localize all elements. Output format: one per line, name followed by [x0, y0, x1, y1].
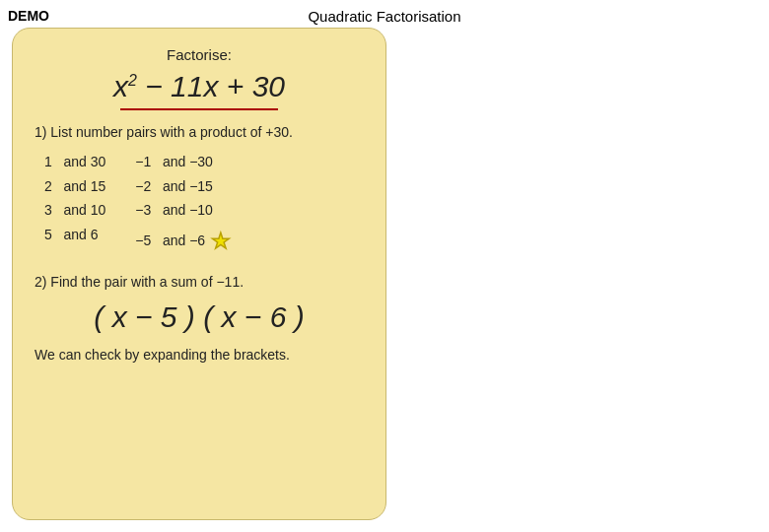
- pair-left-3: 3 and 10: [44, 198, 105, 223]
- main-card: Factorise: x2 − 11x + 30 1) List number …: [12, 28, 386, 520]
- main-equation: x2 − 11x + 30: [35, 69, 364, 104]
- pair-right-1: −1 and −30: [135, 150, 231, 174]
- pair-right-3: −3 and −10: [135, 198, 231, 223]
- pair-left-1: 1 and 30: [44, 150, 105, 174]
- pair-right-4: −5 and −6 ★: [135, 223, 231, 261]
- result-equation: ( x − 5 ) ( x − 6 ): [35, 299, 364, 335]
- equation-underline: [120, 108, 278, 110]
- factorise-label: Factorise:: [35, 46, 364, 63]
- pairs-right-col: −1 and −30 −2 and −15 −3 and −10 −5 and …: [135, 150, 231, 260]
- pairs-left-col: 1 and 30 2 and 15 3 and 10 5 and 6: [44, 150, 105, 260]
- pair-left-2: 2 and 15: [44, 174, 105, 199]
- step2-text: 2) Find the pair with a sum of −11.: [35, 274, 364, 290]
- star-icon: ★: [211, 223, 231, 261]
- pair-right-2: −2 and −15: [135, 174, 231, 199]
- pairs-container: 1 and 30 2 and 15 3 and 10 5 and 6 −1 an…: [44, 150, 364, 260]
- pair-left-4: 5 and 6: [44, 223, 105, 247]
- step1-text: 1) List number pairs with a product of +…: [35, 124, 364, 140]
- page-title: Quadratic Factorisation: [0, 8, 769, 25]
- check-text: We can check by expanding the brackets.: [35, 347, 364, 363]
